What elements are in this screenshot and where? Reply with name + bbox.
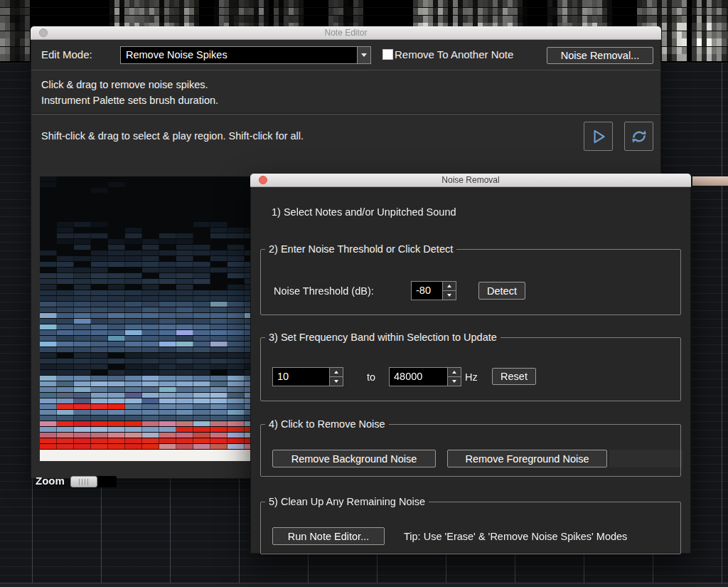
noise-removal-titlebar[interactable]: Noise Removal [250, 174, 691, 187]
zoom-label: Zoom [36, 475, 65, 487]
play-controls-row: Shift-click & drag to select & play regi… [31, 114, 660, 159]
step4-legend: 4) Click to Remove Noise [265, 418, 389, 430]
refresh-icon [630, 127, 648, 146]
threshold-decrement-button[interactable] [442, 291, 456, 300]
detect-button[interactable]: Detect [478, 282, 525, 300]
edit-mode-select[interactable]: Remove Noise Spikes [120, 46, 371, 64]
freq-high-spinner: 48000 [389, 367, 461, 386]
freq-low-spin-buttons [329, 367, 343, 386]
play-icon [589, 127, 608, 146]
remove-to-another-note-label: Remove To Another Note [395, 48, 513, 60]
remove-background-noise-button[interactable]: Remove Background Noise [272, 450, 436, 467]
up-arrow-icon [447, 285, 451, 287]
window-title: Note Editor [324, 28, 367, 38]
down-arrow-icon [447, 294, 451, 297]
threshold-fieldset: 2) Enter Noise Threshold or Click Detect… [260, 249, 681, 315]
freq-high-decrement-button[interactable] [447, 377, 461, 386]
up-arrow-icon [334, 371, 338, 374]
shift-instruction: Shift-click & drag to select & play regi… [41, 130, 304, 142]
noise-threshold-spinner: -80 [411, 281, 456, 300]
instruction-line-1: Click & drag to remove noise spikes. [41, 77, 651, 92]
step1-text: 1) Select Notes and/or Unpitched Sound [272, 206, 456, 218]
step2-legend: 2) Enter Noise Threshold or Click Detect [265, 243, 456, 255]
down-arrow-icon [334, 380, 338, 383]
down-arrow-icon [452, 380, 456, 383]
threshold-spin-buttons [442, 281, 456, 300]
freq-low-spinner: 10 [272, 367, 343, 386]
edit-mode-value: Remove Noise Spikes [126, 49, 228, 60]
remove-noise-fieldset: 4) Click to Remove Noise Remove Backgrou… [260, 424, 681, 477]
noise-removal-button[interactable]: Noise Removal... [547, 47, 653, 64]
threshold-increment-button[interactable] [442, 281, 456, 291]
noise-removal-body: 1) Select Notes and/or Unpitched Sound 2… [250, 187, 691, 554]
remove-to-another-note-checkbox[interactable] [382, 49, 393, 60]
reset-button[interactable]: Reset [492, 368, 536, 385]
note-editor-titlebar[interactable]: Note Editor [31, 26, 661, 40]
hz-label: Hz [465, 371, 478, 383]
play-button[interactable] [584, 122, 613, 151]
grip-ridges-icon [79, 479, 90, 485]
freq-low-increment-button[interactable] [329, 367, 343, 377]
tip-text: Tip: Use 'Erase' & 'Remove Noise Spikes'… [404, 531, 627, 542]
step3-legend: 3) Set Frequency Band within Selection t… [265, 332, 500, 343]
freq-high-spin-buttons [447, 367, 461, 386]
close-button-disabled[interactable] [39, 28, 48, 37]
background-waveform-sliver [692, 176, 728, 186]
chevron-down-icon [361, 53, 367, 57]
remove-foreground-noise-button[interactable]: Remove Foreground Noise [447, 450, 607, 467]
edit-mode-label: Edit Mode: [41, 48, 92, 60]
background-bottom-band [0, 583, 728, 587]
freq-low-decrement-button[interactable] [329, 377, 343, 386]
edit-mode-dropdown-button[interactable] [357, 47, 370, 63]
zoom-slider-thumb[interactable] [70, 476, 97, 487]
edit-mode-toolbar: Edit Mode: Remove Noise Spikes Remove To… [31, 40, 660, 70]
freq-high-input[interactable]: 48000 [389, 367, 447, 386]
threshold-label: Noise Threshold (dB): [274, 285, 374, 297]
frequency-fieldset: 3) Set Frequency Band within Selection t… [260, 337, 681, 401]
inactive-button-slot [609, 450, 682, 467]
run-note-editor-button[interactable]: Run Note Editor... [272, 527, 385, 545]
clean-up-fieldset: 5) Clean Up Any Remaining Noise Run Note… [260, 502, 681, 554]
noise-threshold-input[interactable]: -80 [411, 281, 442, 300]
zoom-slider[interactable] [70, 476, 117, 487]
close-button[interactable] [259, 176, 267, 184]
freq-high-increment-button[interactable] [447, 367, 461, 377]
instruction-line-2: Instrument Palette sets brush duration. [41, 92, 651, 108]
dialog-title: Noise Removal [441, 175, 499, 185]
noise-removal-dialog: Noise Removal 1) Select Notes and/or Unp… [250, 174, 691, 554]
freq-low-input[interactable]: 10 [272, 367, 329, 386]
instructions-panel: Click & drag to remove noise spikes. Ins… [31, 70, 660, 114]
refresh-button[interactable] [624, 122, 653, 151]
up-arrow-icon [452, 371, 456, 374]
screen: Note Editor Edit Mode: Remove Noise Spik… [0, 0, 728, 587]
step5-legend: 5) Clean Up Any Remaining Noise [265, 496, 429, 507]
to-label: to [367, 371, 375, 383]
